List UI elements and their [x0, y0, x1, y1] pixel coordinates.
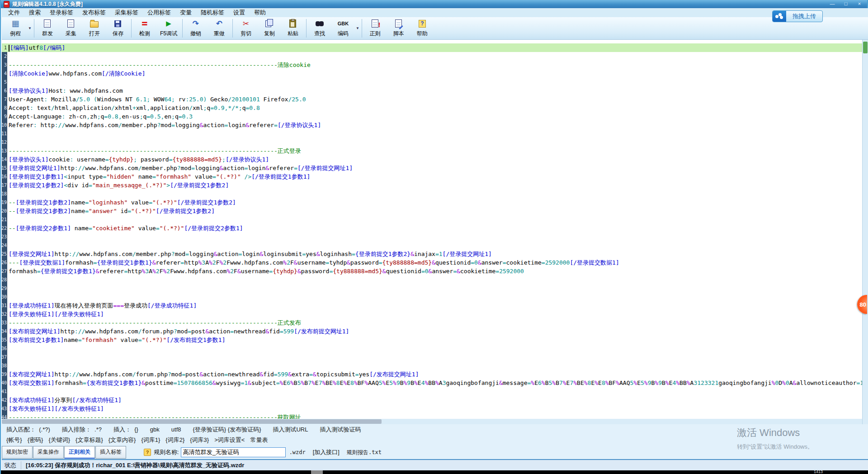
code-line[interactable]: 19--[登录前提交1参数2]name="loginhash" value="(…: [2, 198, 862, 207]
menu-item-7[interactable]: 随机标签: [196, 8, 229, 17]
toolbar-button-paste[interactable]: 粘贴: [281, 17, 305, 39]
rule-tab-2[interactable]: 正则相关: [64, 446, 95, 459]
code-line[interactable]: 1[编码]utf8[/编码]: [2, 43, 862, 52]
code-editor[interactable]: 1[编码]utf8[/编码]23------------------------…: [2, 40, 862, 419]
vertical-scrollbar-thumb[interactable]: [863, 42, 868, 53]
code-line[interactable]: 4[清除Cookie]www.hdpfans.com[/清除Cookie]: [2, 69, 862, 78]
tag-option-0[interactable]: {帐号}: [6, 436, 22, 444]
code-line[interactable]: 17[登录前提交1参数2]<div id="main_messaqge_(.*?…: [2, 181, 862, 190]
code-line[interactable]: 39[发布提交网址1]http://www.hdpfans.com/forum.…: [2, 370, 862, 379]
toolbar-button-regex[interactable]: 正则: [363, 17, 387, 39]
code-line[interactable]: 41: [2, 387, 862, 396]
code-line[interactable]: 8Accept: text/html,application/xhtml+xml…: [2, 104, 862, 112]
insert-option-5[interactable]: {登录验证码} {发布验证码}: [193, 426, 261, 434]
insert-option-1[interactable]: 插入排除： .*?: [62, 426, 102, 434]
code-line[interactable]: 9Accept-Language: zh-cn,zh;q=0.8,en-us;q…: [2, 112, 862, 121]
tag-option-3[interactable]: {文章标题}: [75, 436, 103, 444]
code-line[interactable]: 14[登录协议头1]cookie: username={tyhdp}; pass…: [2, 155, 862, 164]
code-line[interactable]: 3---------------------------------------…: [2, 61, 862, 69]
menu-item-8[interactable]: 设置: [229, 8, 250, 17]
code-line[interactable]: 15[登录前提交网址1]http://www.hdpfans.com/membe…: [2, 164, 862, 172]
code-line[interactable]: 44--------------------------------------…: [2, 413, 862, 419]
menu-item-4[interactable]: 采集标签: [110, 8, 143, 17]
add-interface-button[interactable]: [加入接口]: [313, 448, 340, 456]
toolbar-button-cut[interactable]: ✂剪切: [234, 17, 258, 39]
code-line[interactable]: 34[发布前提交网址1]http://www.hdpfans.com/forum…: [2, 327, 862, 336]
toolbar-button-f5-debug[interactable]: ▶F5调试: [156, 17, 181, 39]
close-button[interactable]: ×: [854, 0, 864, 7]
tag-option-5[interactable]: {词库1}: [141, 436, 160, 444]
toolbar-button-save[interactable]: 保存: [106, 17, 130, 39]
insert-option-7[interactable]: 插入测试验证码: [320, 426, 361, 434]
code-line[interactable]: 26---[登录提交数据1]formhash={登录前提交1参数1}&refer…: [2, 258, 862, 267]
tag-option-4[interactable]: {文章内容}: [108, 436, 136, 444]
code-line[interactable]: 35[发布前提交1参数1]name="formhash" value="(.*?…: [2, 336, 862, 344]
toolbar-button-copy[interactable]: 复制: [258, 17, 281, 39]
code-line[interactable]: 5: [2, 78, 862, 86]
code-line[interactable]: 30: [2, 293, 862, 301]
code-line[interactable]: 25[登录提交网址1]http://www.hdpfans.com/member…: [2, 250, 862, 258]
toolbar-button-collect[interactable]: 采集: [59, 17, 83, 39]
menu-item-9[interactable]: 帮助: [250, 8, 270, 17]
code-line[interactable]: 23: [2, 232, 862, 241]
dropdown-arrow-icon[interactable]: ▼: [356, 26, 359, 30]
code-line[interactable]: 32[登录失败特征1][/登录失败特征1]: [2, 310, 862, 318]
code-line[interactable]: 7User-Agent: Mozilla/5.0 (Windows NT 6.1…: [2, 95, 862, 104]
toolbar-button-bulk-send[interactable]: 群发: [36, 17, 59, 39]
tag-option-8[interactable]: >词库设置<: [214, 436, 245, 444]
insert-option-4[interactable]: utf8: [171, 426, 181, 433]
code-line[interactable]: 40[发布提交数据1]formhash={发布前提交1参数1}&posttime…: [2, 379, 862, 387]
tag-option-7[interactable]: {词库3}: [190, 436, 209, 444]
code-line[interactable]: 24: [2, 241, 862, 250]
code-line[interactable]: 6[登录协议头1]Host: www.hdpfans.com: [2, 86, 862, 95]
insert-option-3[interactable]: gbk: [150, 426, 160, 433]
code-line[interactable]: 11: [2, 129, 862, 138]
menu-item-6[interactable]: 变量: [175, 8, 196, 17]
tag-option-1[interactable]: {密码}: [28, 436, 43, 444]
code-line[interactable]: 36: [2, 344, 862, 353]
code-line[interactable]: 42[发布成功特征1]分享到[/发布成功特征1]: [2, 396, 862, 404]
menu-item-1[interactable]: 搜索: [24, 8, 45, 17]
toolbar-button-gbk-encoding[interactable]: GBK编码: [331, 17, 355, 39]
code-line[interactable]: 13--------------------------------------…: [2, 147, 862, 155]
minimize-button[interactable]: —: [827, 0, 837, 7]
code-line[interactable]: 22--[登录前提交2参数1] name="cookietime" value=…: [2, 224, 862, 232]
insert-option-2[interactable]: 插入： {}: [113, 426, 138, 434]
code-line[interactable]: 37: [2, 353, 862, 361]
menu-item-0[interactable]: 文件: [4, 8, 24, 17]
rule-tab-0[interactable]: 规则加密: [2, 446, 33, 459]
toolbar-button-redo[interactable]: ↶重做: [208, 17, 231, 39]
dropdown-arrow-icon[interactable]: ▼: [28, 26, 32, 30]
tag-option-6[interactable]: {词库2}: [165, 436, 184, 444]
code-line[interactable]: 18: [2, 190, 862, 198]
code-line[interactable]: 33--------------------------------------…: [2, 318, 862, 327]
rule-report-link[interactable]: 规则报告.txt: [347, 449, 382, 456]
insert-option-0[interactable]: 插入匹配： (.*?): [6, 426, 50, 434]
rule-tab-1[interactable]: 采集操作: [33, 446, 64, 459]
maximize-button[interactable]: □: [841, 0, 851, 7]
code-line[interactable]: 2: [2, 52, 862, 61]
code-line[interactable]: 21: [2, 215, 862, 224]
toolbar-button-check[interactable]: =检测: [133, 17, 156, 39]
drag-upload-button[interactable]: 拖拽上传: [772, 10, 823, 22]
toolbar-button-open[interactable]: 打开: [83, 17, 106, 39]
tag-option-9[interactable]: 常量表: [250, 436, 268, 444]
toolbar-button-script[interactable]: 脚本: [387, 17, 410, 39]
insert-option-6[interactable]: 插入测试URL: [273, 426, 308, 434]
menu-item-5[interactable]: 公用标签: [143, 8, 175, 17]
code-line[interactable]: 43[发布失败特征1][/发布失败特征1]: [2, 404, 862, 413]
code-line[interactable]: 20--[登录前提交1参数2]name="answer" id="(.*?)"[…: [2, 207, 862, 215]
menu-item-2[interactable]: 登录标签: [45, 8, 78, 17]
code-line[interactable]: 28: [2, 275, 862, 284]
vertical-scrollbar[interactable]: [862, 40, 868, 424]
toolbar-button-undo[interactable]: ↷撤销: [184, 17, 208, 39]
code-line[interactable]: 12: [2, 138, 862, 147]
code-line[interactable]: 27formhash={登录前提交1参数1}&referer=http%3A%2…: [2, 267, 862, 275]
code-line[interactable]: 38: [2, 361, 862, 370]
tag-option-2[interactable]: {关键词}: [48, 436, 70, 444]
toolbar-button-help[interactable]: ?帮助: [410, 17, 434, 39]
code-line[interactable]: 31[登录成功特征1]现在将转入登录前页面===登录成功[/登录成功特征1]: [2, 301, 862, 310]
rule-tab-3[interactable]: 插入标签: [95, 446, 126, 459]
code-line[interactable]: 29: [2, 284, 862, 293]
horizontal-scrollbar-thumb[interactable]: [2, 419, 382, 424]
